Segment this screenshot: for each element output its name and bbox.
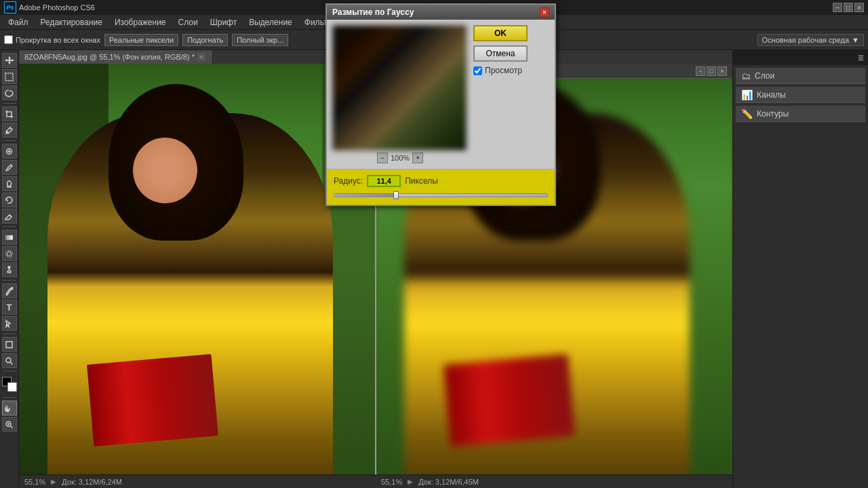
preview-checkbox[interactable] <box>473 66 482 75</box>
dialog-title-bar: Размытие по Гауссу × <box>327 5 555 20</box>
dialog-ok-button[interactable]: OK <box>473 25 528 41</box>
radius-slider-track <box>334 193 548 197</box>
dialog-body: − 100% + OK Отмена Просмотр <box>327 20 555 169</box>
preview-zoom-value: 100% <box>391 154 410 162</box>
dialog-preview-checkbox-row[interactable]: Просмотр <box>473 66 549 75</box>
radius-label: Радиус: <box>334 176 363 186</box>
preview-zoom-in-button[interactable]: + <box>412 152 423 163</box>
gaussian-blur-dialog: Размытие по Гауссу × − 100% + OK Отмена <box>326 3 556 206</box>
radius-unit: Пикселы <box>405 176 438 186</box>
preview-zoom-out-button[interactable]: − <box>377 152 388 163</box>
radius-input[interactable] <box>367 175 401 187</box>
radius-slider-fill <box>334 194 398 197</box>
dialog-preview-canvas[interactable] <box>332 25 467 150</box>
radius-slider-container[interactable] <box>334 191 548 199</box>
dialog-title: Размытие по Гауссу <box>332 7 414 17</box>
dialog-close-button[interactable]: × <box>540 7 549 17</box>
preview-checkbox-label: Просмотр <box>485 66 522 75</box>
dialog-preview-controls: − 100% + <box>332 152 468 163</box>
radius-slider-thumb[interactable] <box>393 191 399 199</box>
radius-row: Радиус: Пикселы <box>334 175 548 187</box>
modal-overlay: Размытие по Гауссу × − 100% + OK Отмена <box>0 0 868 488</box>
dialog-action-controls: OK Отмена Просмотр <box>473 25 549 163</box>
dialog-cancel-button[interactable]: Отмена <box>473 45 528 62</box>
dialog-preview-area: − 100% + <box>332 25 468 163</box>
dialog-radius-section: Радиус: Пикселы <box>327 169 555 205</box>
